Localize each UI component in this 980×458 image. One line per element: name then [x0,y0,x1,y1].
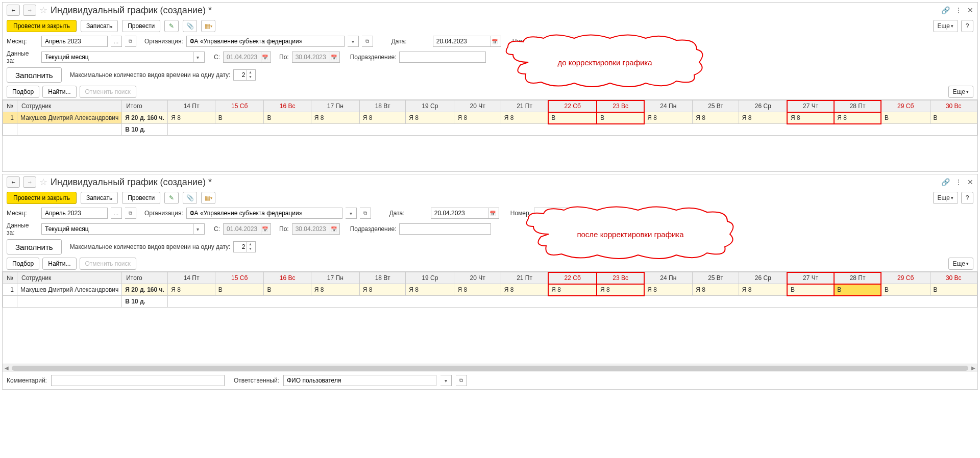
col-day[interactable]: 26 Ср [739,100,787,112]
cell-day[interactable]: Я 8 [644,112,693,124]
col-day[interactable]: 18 Вт [359,100,405,112]
dropdown-icon[interactable]: ▾ [193,52,202,62]
reports-icon-button[interactable]: ▦▾ [201,192,215,204]
save-button[interactable]: Записать [81,20,118,32]
month-open[interactable]: ⧉ [125,36,136,47]
horizontal-scrollbar[interactable]: ◀ ▶ [3,364,977,372]
cell-employee[interactable]: Макушев Дмитрий Александрович [17,284,122,296]
col-day[interactable]: 27 Чт [787,272,834,284]
spinner-down[interactable]: ▼ [247,74,254,79]
close-icon[interactable]: ✕ [967,178,973,186]
table-row[interactable]: 1 Макушев Дмитрий Александрович Я 20 д. … [3,112,977,124]
data-for-field[interactable]: ▾ [41,223,205,235]
cell-day[interactable]: Я 8 [406,284,454,296]
more-button[interactable]: Еще ▾ [933,20,958,32]
cell-day[interactable]: В [834,284,881,296]
cell-employee[interactable]: Макушев Дмитрий Александрович [17,112,122,124]
cell-total2[interactable]: В 10 д. [122,296,168,308]
spinner-up[interactable]: ▲ [247,242,254,246]
table-more-button[interactable]: Еще ▾ [948,86,973,98]
cell-day[interactable]: В [597,112,644,124]
edit-icon-button[interactable]: ✎ [164,20,179,32]
month-field[interactable] [41,36,108,47]
responsible-open[interactable]: ⧉ [456,375,467,386]
reports-icon-button[interactable]: ▦▾ [201,20,215,32]
col-num[interactable]: № [3,272,17,284]
org-field[interactable] [186,36,345,47]
col-day[interactable]: 27 Чт [787,100,834,112]
month-ellipsis[interactable]: … [111,208,122,219]
cell-day[interactable]: Я 8 [406,112,454,124]
date-field[interactable]: 📅 [433,36,501,47]
cell-day[interactable]: Я 8 [693,284,739,296]
data-for-field[interactable]: ▾ [41,52,205,63]
post-and-close-button[interactable]: Провести и закрыть [7,192,77,204]
calendar-icon[interactable]: 📅 [488,208,497,218]
col-day[interactable]: 22 Сб [548,100,597,112]
post-button[interactable]: Провести [122,20,160,32]
edit-icon-button[interactable]: ✎ [164,192,179,204]
more-button[interactable]: Еще ▾ [933,192,958,204]
find-button[interactable]: Найти... [42,258,76,270]
cell-day[interactable]: Я 8 [501,284,548,296]
help-button[interactable]: ? [961,20,973,32]
cell-day[interactable]: Я 8 [548,284,597,296]
close-icon[interactable]: ✕ [967,6,973,14]
col-day[interactable]: 26 Ср [739,272,787,284]
scroll-right-icon[interactable]: ▶ [969,365,977,372]
cell-day[interactable]: В [930,284,977,296]
col-day[interactable]: 23 Вс [597,100,644,112]
cell-num[interactable]: 1 [3,112,17,124]
back-button[interactable]: ← [7,176,20,188]
cell-day[interactable]: В [264,112,311,124]
division-field[interactable] [399,52,486,63]
division-field[interactable] [399,223,491,235]
cell-day[interactable]: Я 8 [644,284,693,296]
col-num[interactable]: № [3,100,17,112]
table-row-2[interactable]: В 10 д. [3,124,977,136]
cell-day[interactable]: Я 8 [597,284,644,296]
attach-icon-button[interactable]: 📎 [183,20,197,32]
col-day[interactable]: 25 Вт [693,100,739,112]
col-employee[interactable]: Сотрудник [17,100,122,112]
cell-day[interactable]: Я 8 [359,112,405,124]
cell-day[interactable]: В [264,284,311,296]
cell-day[interactable]: В [881,112,930,124]
cell-day[interactable]: Я 8 [739,112,787,124]
back-button[interactable]: ← [7,5,20,16]
max-types-spinner[interactable]: ▲▼ [233,69,256,81]
cell-day[interactable]: Я 8 [168,112,215,124]
scrollbar-thumb[interactable] [12,366,968,371]
month-open[interactable]: ⧉ [125,208,136,219]
table-row[interactable]: 1 Макушев Дмитрий Александрович Я 20 д. … [3,284,977,296]
col-day[interactable]: 20 Чт [454,272,501,284]
cell-day[interactable]: В [215,112,264,124]
cell-total[interactable]: Я 20 д. 160 ч. [122,112,168,124]
col-day[interactable]: 16 Вс [264,100,311,112]
col-total[interactable]: Итого [122,100,168,112]
org-dropdown[interactable]: ▾ [348,36,359,47]
col-day[interactable]: 30 Вс [930,100,977,112]
cell-total2[interactable]: В 10 д. [122,124,168,136]
col-day[interactable]: 14 Пт [168,100,215,112]
link-icon[interactable]: 🔗 [941,178,950,186]
org-field[interactable] [186,208,342,219]
cell-day[interactable]: Я 8 [787,112,834,124]
org-open[interactable]: ⧉ [362,36,373,47]
cell-day[interactable]: Я 8 [834,112,881,124]
col-day[interactable]: 19 Ср [406,100,454,112]
fill-button[interactable]: Заполнить [7,67,62,83]
col-day[interactable]: 16 Вс [264,272,311,284]
date-field[interactable]: 📅 [431,208,499,219]
cell-day[interactable]: Я 8 [168,284,215,296]
cell-day[interactable]: Я 8 [501,112,548,124]
col-day[interactable]: 17 Пн [311,100,359,112]
month-ellipsis[interactable]: … [111,36,122,47]
col-day[interactable]: 24 Пн [644,100,693,112]
col-day[interactable]: 21 Пт [501,272,548,284]
col-day[interactable]: 15 Сб [215,100,264,112]
col-day[interactable]: 29 Сб [881,272,930,284]
col-day[interactable]: 24 Пн [644,272,693,284]
link-icon[interactable]: 🔗 [941,6,950,14]
cell-day[interactable]: В [215,284,264,296]
